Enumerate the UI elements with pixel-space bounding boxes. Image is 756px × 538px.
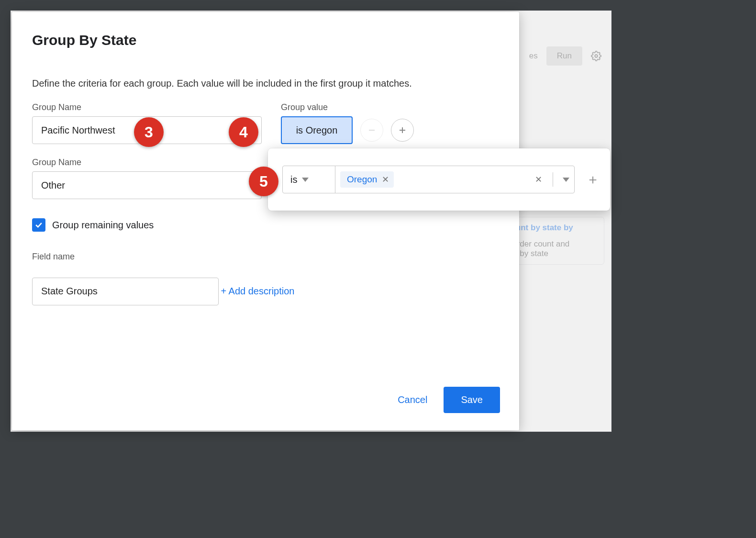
filter-condition-value: is (290, 174, 297, 185)
dialog-subtitle: Define the criteria for each group. Each… (32, 78, 499, 89)
divider (553, 172, 553, 187)
group-name-input-2[interactable] (32, 171, 262, 199)
field-name-input[interactable] (32, 278, 219, 305)
group-by-dialog: Group By State Define the criteria for e… (12, 12, 519, 430)
filter-value-text: Oregon (347, 174, 377, 185)
callout-badge-3: 3 (134, 117, 164, 147)
filter-trailing-controls: ✕ (530, 166, 574, 193)
group-value-label: Group value (281, 102, 414, 112)
remove-chip-icon[interactable]: ✕ (382, 174, 389, 185)
add-filter-button[interactable]: ＋ (586, 170, 600, 189)
save-button[interactable]: Save (444, 387, 500, 413)
group-remaining-label: Group remaining values (52, 220, 154, 231)
filter-values-area[interactable]: Oregon ✕ (335, 166, 530, 193)
callout-badge-4: 4 (229, 117, 258, 147)
filter-popover: is Oregon ✕ ✕ ＋ (268, 148, 610, 211)
field-name-label: Field name (32, 252, 499, 262)
add-description-link[interactable]: + Add description (221, 286, 294, 297)
chevron-down-icon[interactable] (563, 178, 569, 182)
add-condition-button[interactable] (391, 119, 414, 142)
filter-condition-select[interactable]: is (283, 166, 335, 193)
callout-badge-5: 5 (249, 167, 278, 196)
group-name-label-1: Group Name (32, 102, 262, 112)
remove-condition-button (360, 119, 383, 142)
clear-filter-icon[interactable]: ✕ (535, 174, 542, 185)
filter-value-chip[interactable]: Oregon ✕ (340, 171, 394, 188)
group-remaining-checkbox[interactable] (32, 218, 45, 232)
chevron-down-icon (302, 178, 309, 182)
dialog-title: Group By State (32, 32, 499, 48)
cancel-button[interactable]: Cancel (398, 394, 427, 405)
filter-control: is Oregon ✕ ✕ (282, 166, 575, 193)
check-icon (34, 220, 44, 230)
group-value-chip[interactable]: is Oregon (281, 116, 353, 144)
